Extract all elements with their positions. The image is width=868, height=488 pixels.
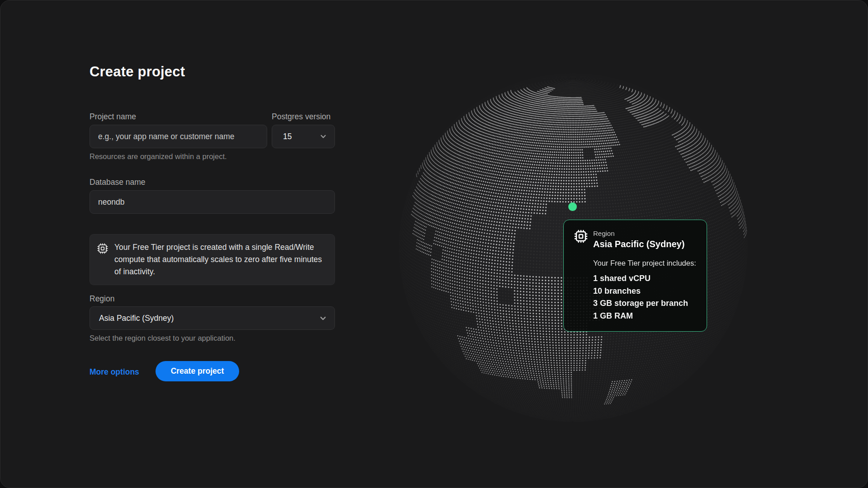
- chevron-down-icon: [319, 132, 327, 141]
- postgres-version-label: Postgres version: [272, 112, 330, 122]
- tooltip-include-item: 1 shared vCPU: [593, 272, 697, 285]
- region-helper: Select the region closest to your applic…: [90, 334, 236, 343]
- region-marker-dot: [568, 202, 577, 211]
- more-options-link[interactable]: More options: [90, 367, 139, 377]
- tooltip-include-item: 1 GB RAM: [593, 310, 697, 323]
- tooltip-region-value: Asia Pacific (Sydney): [593, 239, 684, 249]
- create-project-panel: Create project Project name Postgres ver…: [0, 0, 868, 488]
- chevron-down-icon: [319, 314, 327, 323]
- project-name-label: Project name: [90, 112, 136, 122]
- region-label: Region: [90, 294, 114, 304]
- database-name-label: Database name: [90, 178, 146, 187]
- postgres-version-select[interactable]: 15: [272, 125, 335, 148]
- tooltip-include-item: 3 GB storage per branch: [593, 297, 697, 310]
- create-project-page: { "page": { "heading": "Create project" …: [0, 0, 868, 488]
- tooltip-includes-list: 1 shared vCPU 10 branches 3 GB storage p…: [593, 272, 697, 322]
- project-name-helper: Resources are organized within a project…: [90, 152, 227, 161]
- cpu-chip-icon: [97, 243, 108, 254]
- free-tier-infobox: Your Free Tier project is created with a…: [90, 234, 335, 285]
- tooltip-header-text: Region Asia Pacific (Sydney): [593, 229, 684, 249]
- tooltip-region-label: Region: [593, 230, 684, 237]
- tooltip-header: Region Asia Pacific (Sydney): [574, 229, 697, 249]
- free-tier-note-text: Your Free Tier project is created with a…: [114, 241, 325, 278]
- tooltip-include-item: 10 branches: [593, 285, 697, 298]
- create-project-button[interactable]: Create project: [156, 361, 239, 381]
- postgres-version-value: 15: [283, 132, 292, 141]
- tooltip-body: Your Free Tier project includes: 1 share…: [593, 259, 697, 322]
- region-tooltip-card: Region Asia Pacific (Sydney) Your Free T…: [563, 220, 707, 332]
- region-select[interactable]: Asia Pacific (Sydney): [90, 306, 335, 330]
- database-name-input[interactable]: [90, 190, 335, 214]
- cpu-chip-icon: [574, 229, 588, 244]
- region-select-value: Asia Pacific (Sydney): [99, 314, 174, 323]
- tooltip-includes-heading: Your Free Tier project includes:: [593, 259, 697, 267]
- page-title: Create project: [90, 64, 185, 80]
- project-name-input[interactable]: [90, 125, 267, 148]
